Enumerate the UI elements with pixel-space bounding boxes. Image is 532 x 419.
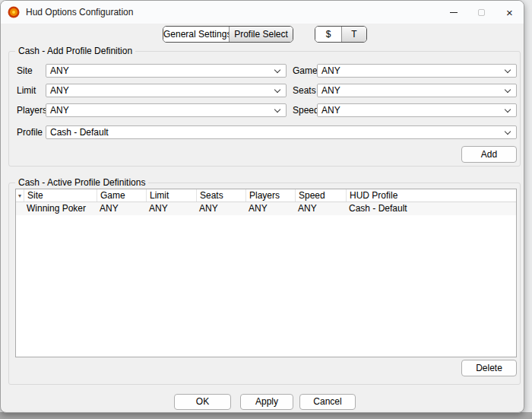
- filter-icon[interactable]: ▾: [16, 189, 24, 202]
- close-icon: ×: [506, 7, 513, 18]
- speed-label: Speed: [293, 103, 319, 117]
- seats-label: Seats: [293, 84, 316, 97]
- ok-button[interactable]: OK: [174, 394, 231, 410]
- game-dropdown-value: ANY: [321, 65, 340, 76]
- apply-button[interactable]: Apply: [240, 394, 293, 410]
- hud-options-dialog: Hud Options Configuration × General Sett…: [0, 0, 524, 413]
- column-header-game[interactable]: Game: [97, 189, 146, 202]
- profile-label: Profile: [17, 125, 43, 139]
- profile-dropdown-value: Cash - Default: [50, 127, 109, 138]
- row-spacer-cell: [16, 202, 24, 215]
- limit-label: Limit: [17, 84, 36, 97]
- column-header-limit[interactable]: Limit: [146, 189, 196, 202]
- active-profiles-table[interactable]: ▾ Site Game Limit Seats Players Speed HU…: [15, 189, 517, 357]
- desktop-background-strip: [0, 412, 532, 419]
- players-label: Players: [17, 103, 47, 117]
- caption-buttons: ×: [439, 1, 524, 24]
- chevron-down-icon: [505, 87, 511, 93]
- game-type-toggle-group: $ T: [315, 26, 367, 43]
- game-label: Game: [293, 64, 318, 78]
- column-header-speed[interactable]: Speed: [295, 189, 346, 202]
- row-cell-limit: ANY: [146, 202, 196, 215]
- row-cell-site: Winning Poker: [24, 202, 97, 215]
- chevron-down-icon: [505, 129, 511, 135]
- maximize-icon: [478, 9, 485, 16]
- add-profile-groupbox: Cash - Add Profile Definition Site ANY L…: [8, 51, 521, 167]
- add-profile-group-title: Cash - Add Profile Definition: [15, 46, 135, 56]
- table-row[interactable]: Winning Poker ANY ANY ANY ANY ANY Cash -…: [16, 202, 516, 215]
- main-tab-group: General Settings Profile Select: [163, 26, 293, 43]
- limit-dropdown[interactable]: ANY: [46, 84, 287, 97]
- column-header-players[interactable]: Players: [245, 189, 295, 202]
- close-button[interactable]: ×: [496, 1, 524, 24]
- limit-dropdown-value: ANY: [50, 85, 69, 96]
- players-dropdown[interactable]: ANY: [46, 103, 287, 117]
- add-button[interactable]: Add: [461, 146, 517, 163]
- delete-button[interactable]: Delete: [461, 360, 517, 376]
- maximize-button: [467, 1, 496, 24]
- minimize-icon: [450, 12, 458, 13]
- app-icon: [8, 6, 20, 18]
- speed-dropdown[interactable]: ANY: [317, 103, 517, 117]
- chevron-down-icon: [274, 87, 280, 93]
- tab-profile-select[interactable]: Profile Select: [229, 27, 293, 42]
- row-cell-players: ANY: [245, 202, 295, 215]
- table-header-row: ▾ Site Game Limit Seats Players Speed HU…: [16, 189, 516, 202]
- chevron-down-icon: [274, 67, 280, 73]
- row-cell-hud-profile: Cash - Default: [346, 202, 516, 215]
- column-header-site[interactable]: Site: [24, 189, 97, 202]
- tab-general-settings[interactable]: General Settings: [163, 27, 229, 42]
- chevron-down-icon: [505, 106, 511, 113]
- cancel-button[interactable]: Cancel: [299, 394, 356, 410]
- window-title: Hud Options Configuration: [26, 7, 133, 17]
- site-dropdown-value: ANY: [50, 65, 69, 76]
- toggle-cash[interactable]: $: [315, 27, 341, 42]
- active-profiles-groupbox: Cash - Active Profile Definitions ▾ Site…: [8, 183, 521, 385]
- speed-dropdown-value: ANY: [321, 105, 340, 116]
- column-header-hud-profile[interactable]: HUD Profile: [346, 189, 516, 202]
- minimize-button[interactable]: [439, 1, 467, 24]
- toggle-tournament[interactable]: T: [341, 27, 366, 42]
- site-dropdown[interactable]: ANY: [46, 64, 287, 78]
- players-dropdown-value: ANY: [50, 105, 69, 116]
- row-cell-seats: ANY: [196, 202, 245, 215]
- column-header-seats[interactable]: Seats: [196, 189, 245, 202]
- site-label: Site: [17, 64, 33, 78]
- row-cell-game: ANY: [97, 202, 146, 215]
- chevron-down-icon: [274, 106, 280, 113]
- seats-dropdown-value: ANY: [321, 85, 340, 96]
- active-profiles-group-title: Cash - Active Profile Definitions: [15, 177, 148, 188]
- profile-dropdown[interactable]: Cash - Default: [46, 125, 517, 139]
- seats-dropdown[interactable]: ANY: [317, 84, 517, 97]
- game-dropdown[interactable]: ANY: [317, 64, 517, 78]
- row-cell-speed: ANY: [295, 202, 346, 215]
- chevron-down-icon: [505, 67, 511, 73]
- title-bar[interactable]: Hud Options Configuration ×: [1, 1, 524, 24]
